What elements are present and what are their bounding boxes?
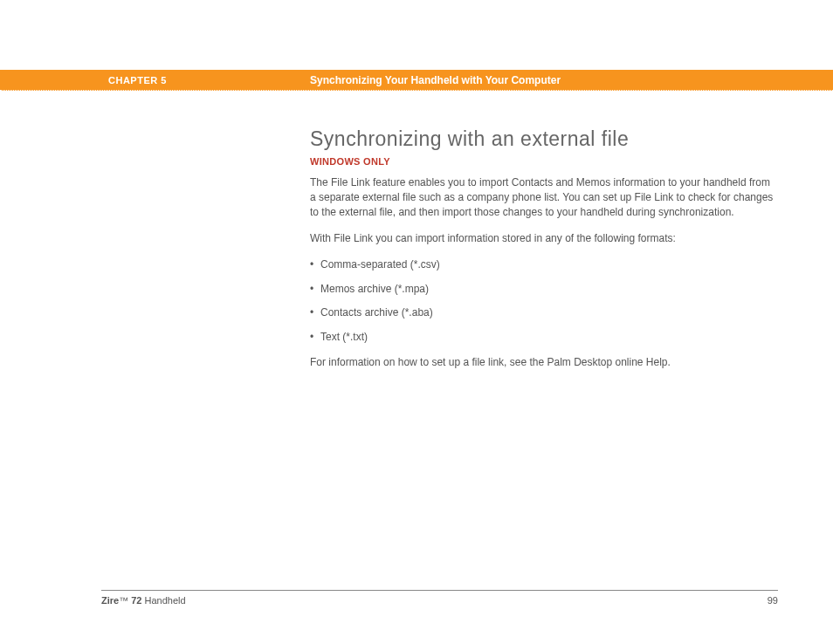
list-item: Contacts archive (*.aba) bbox=[310, 306, 777, 320]
footer-brand: Zire™ 72 Handheld bbox=[101, 595, 186, 606]
section-heading: Synchronizing with an external file bbox=[310, 127, 777, 151]
chapter-label: CHAPTER 5 bbox=[108, 70, 283, 91]
list-item: Memos archive (*.mpa) bbox=[310, 283, 777, 297]
footer: Zire™ 72 Handheld 99 bbox=[101, 595, 778, 606]
footer-brand-name: Zire bbox=[101, 595, 119, 606]
footer-page-number: 99 bbox=[768, 595, 778, 606]
closing-paragraph: For information on how to set up a file … bbox=[310, 355, 777, 370]
platform-subhead: WINDOWS ONLY bbox=[310, 156, 777, 167]
footer-brand-tm: ™ bbox=[119, 595, 128, 606]
footer-brand-suffix: Handheld bbox=[141, 595, 185, 606]
formats-list: Comma-separated (*.csv) Memos archive (*… bbox=[310, 258, 777, 344]
intro-paragraph: The File Link feature enables you to imp… bbox=[310, 175, 777, 219]
document-page: CHAPTER 5 Synchronizing Your Handheld wi… bbox=[0, 0, 833, 644]
formats-lead-paragraph: With File Link you can import informatio… bbox=[310, 231, 777, 246]
footer-brand-model: 72 bbox=[128, 595, 141, 606]
chapter-header-bar: CHAPTER 5 Synchronizing Your Handheld wi… bbox=[0, 70, 833, 91]
list-item: Text (*.txt) bbox=[310, 331, 777, 345]
chapter-breadcrumb: Synchronizing Your Handheld with Your Co… bbox=[310, 70, 799, 91]
footer-rule bbox=[101, 590, 778, 591]
list-item: Comma-separated (*.csv) bbox=[310, 258, 777, 272]
content-area: Synchronizing with an external file WIND… bbox=[310, 127, 777, 381]
